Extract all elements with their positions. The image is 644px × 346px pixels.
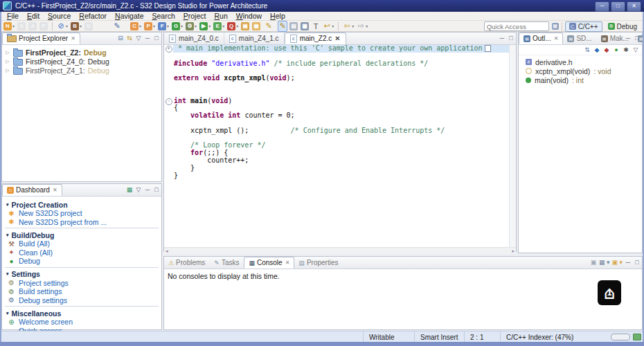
collapse-triangle-icon[interactable]: ▾ [6,311,9,316]
minimize-icon[interactable]: ─ [625,259,632,266]
external-tools-button[interactable]: E▾ [213,21,225,32]
collapse-all-icon[interactable]: ⊟ [117,35,124,42]
progress-indicator[interactable] [611,334,630,340]
expand-chevron-icon[interactable]: ▷ [5,50,10,55]
close-icon[interactable]: ✕ [334,35,340,42]
new-c-project-button[interactable]: C▾ [129,21,142,32]
maximize-icon[interactable]: □ [153,186,160,193]
project-item-firstproject_z4_0[interactable]: ▷FirstProject_Z4_0: Debug [5,57,161,66]
skip-breakpoints-button[interactable]: ⊘▾ [56,21,69,32]
perspective-cc[interactable]: CC/C++ [565,21,602,32]
minimize-icon[interactable]: ─ [144,35,151,42]
menu-refactor[interactable]: Refactor [75,12,111,20]
menu-navigate[interactable]: Navigate [111,12,147,20]
view-menu-icon[interactable]: ▽ [135,35,142,42]
editor-tab-main_Z4_1-c[interactable]: cmain_Z4_1.c [224,33,285,44]
quick-access-input[interactable] [484,21,549,31]
back-button[interactable]: ⇦▾ [342,21,355,32]
menu-edit[interactable]: Edit [23,12,44,20]
close-icon[interactable]: ✕ [53,187,57,193]
pencil-button[interactable]: ✎ [112,21,122,32]
menu-help[interactable]: Help [266,12,289,20]
show-source-button[interactable]: ▦ [300,21,310,32]
dropdown-caret-icon[interactable]: ▾ [167,24,169,28]
horizontal-scrollbar[interactable]: ◂▸ [164,247,516,254]
title-bar[interactable]: C/C++ - FirstProject_Z2/src/main_Z2.c - … [0,0,644,12]
sort-icon[interactable]: ⇅ [584,46,591,53]
tab-dashboard[interactable]: ⌂ Dashboard ✕ [2,184,62,196]
hide-non-public-icon[interactable]: ● [613,46,620,53]
minimize-icon[interactable]: ─ [499,35,506,42]
folded-region-indicator[interactable] [485,45,491,52]
vertical-scrollbar[interactable] [509,45,516,247]
outline-item[interactable]: main(void) : int [526,75,642,84]
maximize-icon[interactable]: □ [634,259,641,266]
dropdown-caret-icon[interactable]: ▾ [208,24,211,28]
tab-properties[interactable]: ▤Properties [294,257,343,268]
expand-chevron-icon[interactable]: ▷ [5,59,10,64]
editor-tab-main_Z2-c[interactable]: cmain_Z2.c✕ [285,33,346,44]
new-wizard-button[interactable]: N▾ [3,21,15,32]
dropdown-caret-icon[interactable]: ▾ [66,24,68,28]
tab-project-explorer[interactable]: Project Explorer ✕ [2,33,80,44]
view-menu-icon[interactable]: ▽ [135,186,142,193]
open-perspective-icon[interactable]: ▦ [552,23,559,30]
tab-problems[interactable]: ⚠Problems [164,257,210,268]
dropdown-caret-icon[interactable]: ▾ [12,24,15,28]
menu-window[interactable]: Window [232,12,266,20]
collapse-triangle-icon[interactable]: ▾ [6,233,9,238]
section-header-build-debug[interactable]: ▾Build/Debug [6,230,159,239]
next-annotation-button[interactable]: ▤ [289,21,298,32]
dropdown-caret-icon[interactable]: ▾ [181,24,183,28]
tab-outl[interactable]: ▤Outl...✕ [519,33,563,44]
dropdown-caret-icon[interactable]: ▾ [366,24,368,28]
annotate-button[interactable]: ✎ [264,21,274,32]
project-item-firstproject_z4_1[interactable]: ▷FirstProject_Z4_1: Debug [5,66,161,75]
open-resource-button[interactable]: ▣ [251,21,261,32]
hide-static-icon[interactable]: ◆ [603,46,610,53]
project-item-firstproject_z2[interactable]: ▷FirstProject_Z2: Debug [5,48,161,57]
dropdown-caret-icon[interactable]: ▾ [153,24,155,28]
expand-chevron-icon[interactable]: ▷ [5,68,10,73]
dropdown-caret-icon[interactable]: ▾ [236,24,238,28]
outline-item[interactable]: #derivative.h [526,57,642,66]
menu-run[interactable]: Run [210,12,231,20]
dropdown-caret-icon[interactable]: ▾ [139,24,141,28]
maximize-icon[interactable]: □ [508,35,515,42]
editor-tab-main_Z4_0-c[interactable]: cmain_Z4_0.c [164,33,224,44]
dropdown-caret-icon[interactable]: ▾ [222,24,224,28]
forward-button[interactable]: ⇨▾ [356,21,368,32]
menu-file[interactable]: File [3,12,23,20]
new-file-button[interactable]: F▾ [157,21,170,32]
close-icon[interactable]: ✕ [554,35,559,42]
run-button[interactable]: ▶▾ [199,21,211,32]
dropdown-caret-icon[interactable]: ▾ [352,24,354,28]
code-editor[interactable]: + * main implementation: use this 'C' sa… [164,45,516,247]
maximize-icon[interactable]: □ [634,35,641,42]
tab-tasks[interactable]: ✎Tasks [210,257,244,268]
debug-gear-button[interactable]: ⚙▾ [185,21,197,32]
menu-search[interactable]: Search [147,12,179,20]
link-new-s32ds-project[interactable]: ✱New S32DS project [6,209,159,218]
minimize-button[interactable]: ─ [595,1,609,12]
close-icon[interactable]: ✕ [71,35,75,42]
last-edit-location-button[interactable]: ↩▾ [322,21,334,32]
link-debug[interactable]: ●Debug [6,257,159,266]
section-header-project-creation[interactable]: ▾Project Creation [6,200,159,209]
maximize-icon[interactable]: □ [153,35,160,42]
menu-source[interactable]: Source [44,12,75,20]
perspective-debug[interactable]: ⚙Debug [604,21,641,32]
new-project-button[interactable]: P▾ [143,21,156,32]
update-notification-icon[interactable]: ⌂1 [598,280,621,305]
collapse-triangle-icon[interactable]: ▾ [6,271,9,277]
dropdown-caret-icon[interactable]: ▾ [332,24,334,28]
fold-marker-icon[interactable]: - [166,98,172,105]
link-welcome-screen[interactable]: ⊕Welcome screen [6,318,159,327]
view-menu-icon[interactable]: ▽ [632,46,639,53]
collapse-triangle-icon[interactable]: ▾ [6,202,9,208]
link-clean--all-[interactable]: ✦Clean (All) [6,248,159,257]
link-build--all-[interactable]: ⚒Build (All) [6,239,159,248]
filter-icon[interactable]: ✱ [623,46,629,53]
maximize-button[interactable]: □ [611,1,625,12]
fold-marker-icon[interactable]: + [166,46,172,53]
